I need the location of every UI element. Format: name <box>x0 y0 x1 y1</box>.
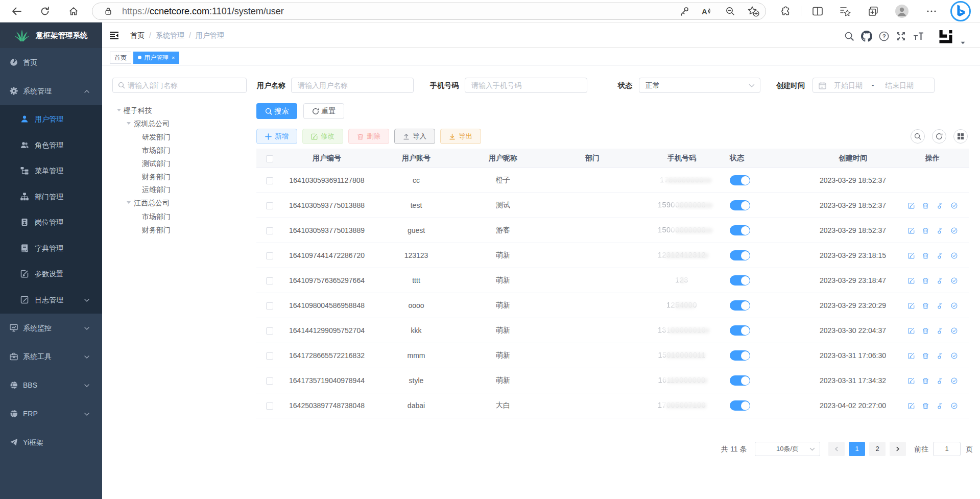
svg-text:A: A <box>702 7 707 16</box>
svg-text:?: ? <box>882 33 886 39</box>
